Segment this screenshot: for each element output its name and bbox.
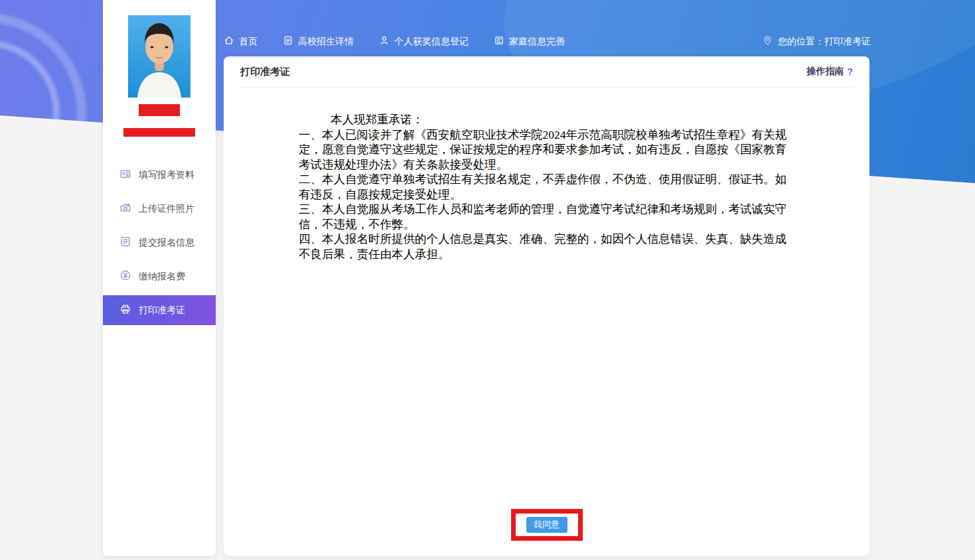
pledge-text: 本人现郑重承诺： 一、本人已阅读并了解《西安航空职业技术学院2024年示范高职院… bbox=[224, 88, 869, 261]
home-icon bbox=[224, 35, 239, 48]
pledge-clause: 三、本人自觉服从考场工作人员和监考老师的管理，自觉遵守考试纪律和考场规则，考试诚… bbox=[299, 202, 787, 232]
breadcrumb-label: 您的位置：打印准考证 bbox=[778, 36, 871, 48]
red-annotation-box: 我同意 bbox=[511, 509, 583, 541]
sidebar-item-label: 提交报名信息 bbox=[139, 237, 194, 249]
sidebar-item-fill-application[interactable]: 填写报考资料 bbox=[103, 158, 216, 192]
pledge-clause: 四、本人报名时所提供的个人信息是真实、准确、完整的，如因个人信息错误、失真、缺失… bbox=[299, 232, 787, 261]
sidebar-item-submit-info[interactable]: 提交报名信息 bbox=[103, 226, 216, 259]
nav-item-label: 家庭信息完善 bbox=[509, 36, 565, 48]
sidebar-menu: 填写报考资料 上传证件照片 提交报名信息 缴纳报名费 打印准考证 bbox=[103, 158, 216, 325]
sidebar-item-label: 上传证件照片 bbox=[139, 203, 194, 215]
applicant-photo bbox=[128, 15, 190, 98]
nav-item-home[interactable]: 首页 bbox=[224, 35, 258, 48]
nav-item-label: 首页 bbox=[239, 36, 258, 48]
card-header: 打印准考证 操作指南 ? bbox=[224, 56, 869, 87]
agree-button[interactable]: 我同意 bbox=[526, 517, 567, 533]
yen-icon bbox=[119, 269, 139, 283]
nav-item-college-details[interactable]: 高校招生详情 bbox=[283, 35, 354, 48]
help-question-icon: ? bbox=[847, 66, 853, 77]
redacted-name bbox=[139, 104, 180, 116]
person-icon bbox=[379, 35, 394, 48]
camera-icon bbox=[119, 202, 139, 216]
id-card-icon bbox=[119, 168, 139, 182]
redacted-id-number bbox=[123, 128, 195, 137]
sidebar-item-print-ticket[interactable]: 打印准考证 bbox=[103, 295, 216, 325]
sidebar-item-label: 填写报考资料 bbox=[139, 169, 194, 181]
nav-item-label: 个人获奖信息登记 bbox=[394, 36, 469, 48]
document-icon bbox=[119, 236, 139, 249]
breadcrumb-location: 您的位置：打印准考证 bbox=[762, 35, 871, 48]
pledge-clause: 二、本人自觉遵守单独考试招生有关报名规定，不弄虚作假，不伪造、使用假证明、假证书… bbox=[299, 172, 787, 202]
sidebar: 填写报考资料 上传证件照片 提交报名信息 缴纳报名费 打印准考证 bbox=[103, 0, 216, 556]
pledge-clause: 一、本人已阅读并了解《西安航空职业技术学院2024年示范高职院校单独考试招生章程… bbox=[299, 127, 787, 173]
document-icon bbox=[283, 35, 298, 48]
sidebar-item-pay-fee[interactable]: 缴纳报名费 bbox=[103, 259, 216, 293]
sidebar-item-label: 缴纳报名费 bbox=[139, 271, 185, 283]
content-card: 打印准考证 操作指南 ? 本人现郑重承诺： 一、本人已阅读并了解《西安航空职业技… bbox=[224, 56, 869, 556]
nav-item-family-info[interactable]: 家庭信息完善 bbox=[494, 35, 565, 48]
nav-item-label: 高校招生详情 bbox=[298, 36, 354, 48]
sidebar-item-label: 打印准考证 bbox=[139, 305, 185, 316]
sidebar-item-upload-photo[interactable]: 上传证件照片 bbox=[103, 192, 216, 226]
operation-guide-link[interactable]: 操作指南 ? bbox=[806, 66, 853, 78]
family-icon bbox=[494, 35, 509, 48]
operation-guide-label: 操作指南 bbox=[806, 66, 844, 78]
page-title: 打印准考证 bbox=[240, 66, 290, 78]
printer-icon bbox=[119, 303, 139, 317]
nav-item-awards[interactable]: 个人获奖信息登记 bbox=[379, 35, 469, 48]
pledge-intro: 本人现郑重承诺： bbox=[299, 112, 787, 127]
location-pin-icon bbox=[762, 35, 778, 48]
top-navigation: 首页 高校招生详情 个人获奖信息登记 家庭信息完善 您的位置：打印准考证 bbox=[224, 27, 871, 56]
